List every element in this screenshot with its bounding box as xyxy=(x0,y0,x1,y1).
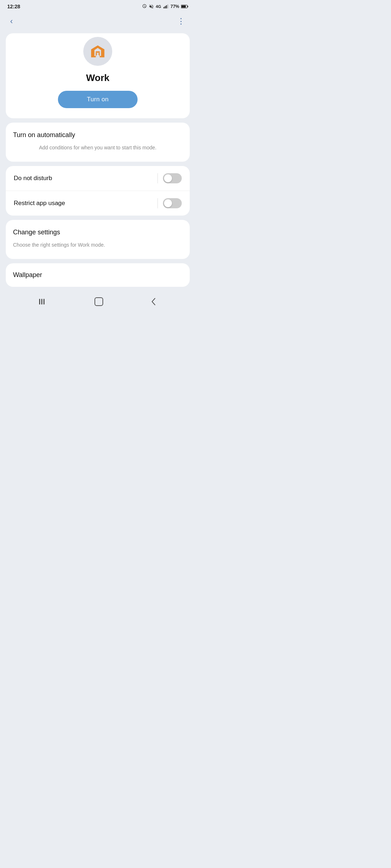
svg-rect-10 xyxy=(98,54,100,55)
svg-rect-5 xyxy=(188,6,188,7)
change-settings-title: Change settings xyxy=(13,229,182,236)
status-icons: 4G 77% xyxy=(142,4,188,9)
do-not-disturb-toggle[interactable] xyxy=(163,173,182,183)
bottom-nav xyxy=(0,291,196,314)
auto-card[interactable]: Turn on automatically Add conditions for… xyxy=(6,123,190,162)
home-icon xyxy=(94,297,104,306)
back-nav-icon xyxy=(150,297,157,306)
svg-rect-14 xyxy=(95,298,103,306)
svg-rect-9 xyxy=(96,54,97,55)
svg-rect-6 xyxy=(181,5,186,8)
wallpaper-card[interactable]: Wallpaper xyxy=(6,263,190,287)
nav-back-button[interactable] xyxy=(150,297,157,306)
toggle-divider-1 xyxy=(157,173,158,183)
svg-rect-11 xyxy=(39,299,40,305)
battery-level: 77% xyxy=(171,4,179,9)
do-not-disturb-label: Do not disturb xyxy=(14,175,52,182)
svg-rect-1 xyxy=(165,6,165,8)
restrict-app-row[interactable]: Restrict app usage xyxy=(6,191,190,216)
status-bar: 12:28 4G 77% xyxy=(0,0,196,12)
do-not-disturb-right xyxy=(157,173,182,183)
auto-title: Turn on automatically xyxy=(13,131,182,139)
svg-rect-13 xyxy=(43,299,45,305)
svg-rect-3 xyxy=(167,4,168,8)
wallpaper-title: Wallpaper xyxy=(13,271,182,279)
back-button[interactable]: ‹ xyxy=(7,15,16,27)
restrict-app-right xyxy=(157,198,182,208)
nav-home-button[interactable] xyxy=(94,297,104,306)
auto-desc: Add conditions for when you want to star… xyxy=(13,144,182,152)
work-building-icon xyxy=(90,43,106,59)
svg-rect-12 xyxy=(41,299,42,305)
svg-rect-0 xyxy=(164,7,164,8)
svg-rect-2 xyxy=(166,5,167,9)
alarm-icon xyxy=(142,4,147,9)
svg-rect-7 xyxy=(96,51,97,53)
do-not-disturb-row[interactable]: Do not disturb xyxy=(6,166,190,191)
mute-icon xyxy=(149,4,154,9)
toggles-card: Do not disturb Restrict app usage xyxy=(6,166,190,216)
hero-card: Work Turn on xyxy=(6,33,190,118)
change-settings-desc: Choose the right settings for Work mode. xyxy=(13,241,182,249)
work-icon-container xyxy=(83,37,112,66)
turn-on-button[interactable]: Turn on xyxy=(58,91,138,108)
restrict-app-toggle[interactable] xyxy=(163,198,182,208)
svg-rect-8 xyxy=(98,51,100,53)
signal-icon xyxy=(163,4,169,9)
main-content: Work Turn on Turn on automatically Add c… xyxy=(0,33,196,287)
top-nav: ‹ ⋮ xyxy=(0,12,196,33)
menu-icon xyxy=(38,298,47,305)
battery-icon xyxy=(181,4,188,9)
more-button[interactable]: ⋮ xyxy=(174,15,188,27)
toggle-divider-2 xyxy=(157,198,158,208)
nav-menu-button[interactable] xyxy=(38,298,47,305)
change-settings-card[interactable]: Change settings Choose the right setting… xyxy=(6,220,190,259)
status-time: 12:28 xyxy=(7,4,20,9)
network-label: 4G xyxy=(156,4,161,9)
work-title: Work xyxy=(86,72,110,84)
restrict-app-label: Restrict app usage xyxy=(14,200,65,207)
